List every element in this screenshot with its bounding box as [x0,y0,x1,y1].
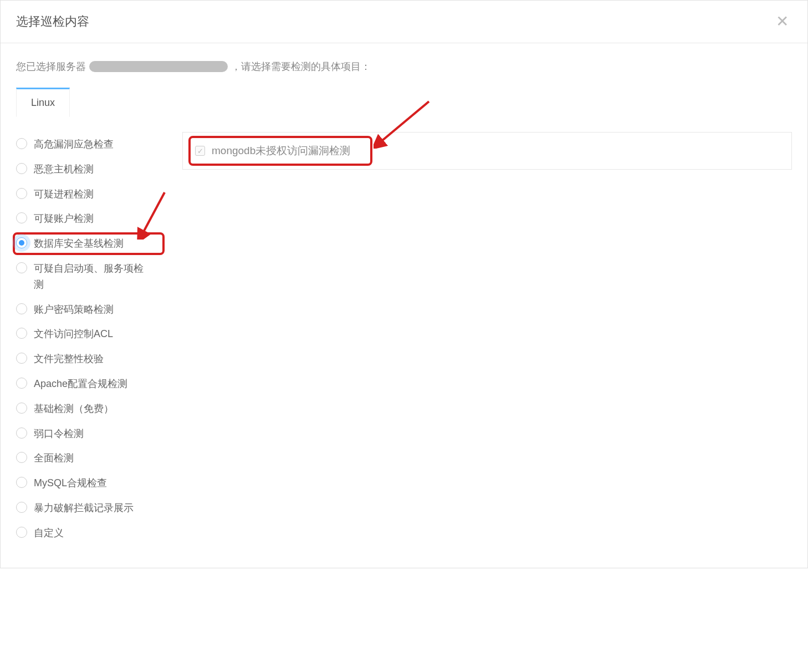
server-name-redacted [89,61,228,72]
radio-icon [16,188,27,199]
radio-label: 暴力破解拦截记录展示 [34,500,134,516]
radio-item-db-baseline[interactable]: 数据库安全基线检测 [13,232,165,255]
radio-item-apache-compliance[interactable]: Apache配置合规检测 [16,371,160,396]
radio-label: 基础检测（免费） [34,401,114,417]
radio-item-suspicious-account[interactable]: 可疑账户检测 [16,206,160,231]
tab-linux[interactable]: Linux [16,88,70,117]
content-row: 高危漏洞应急检查 恶意主机检测 可疑进程检测 可疑账户检测 数据库安全基线检测 [16,123,792,546]
radio-item-full-scan[interactable]: 全面检测 [16,446,160,471]
radio-label: 全面检测 [34,450,74,466]
modal-title: 选择巡检内容 [16,13,89,30]
intro-prefix: 您已选择服务器 [16,60,86,73]
modal-body: 您已选择服务器 ，请选择需要检测的具体项目： Linux 高危漏洞应急检查 恶意… [1,43,807,568]
radio-icon [16,378,27,389]
modal-header: 选择巡检内容 ✕ [1,1,807,43]
checkbox-item-mongodb-unauth[interactable]: ✓ mongodb未授权访问漏洞检测 [195,144,779,158]
radio-label: 账户密码策略检测 [34,302,114,318]
radio-label: 恶意主机检测 [34,161,94,177]
modal-dialog: 选择巡检内容 ✕ 您已选择服务器 ，请选择需要检测的具体项目： Linux 高危… [0,0,808,568]
radio-label: 文件访问控制ACL [34,326,113,342]
radio-label: 可疑进程检测 [34,186,94,202]
radio-label: Apache配置合规检测 [34,376,127,392]
radio-item-weak-password[interactable]: 弱口令检测 [16,421,160,446]
radio-icon [16,452,27,463]
radio-item-file-acl[interactable]: 文件访问控制ACL [16,322,160,347]
checkbox-label: mongodb未授权访问漏洞检测 [212,144,350,158]
radio-item-password-policy[interactable]: 账户密码策略检测 [16,297,160,322]
radio-icon [16,403,27,414]
tabs: Linux [16,88,792,118]
radio-item-custom[interactable]: 自定义 [16,521,160,546]
detail-panel-column: ✓ mongodb未授权访问漏洞检测 [182,132,792,170]
radio-label: 自定义 [34,525,64,541]
radio-icon [16,527,27,538]
category-radio-list: 高危漏洞应急检查 恶意主机检测 可疑进程检测 可疑账户检测 数据库安全基线检测 [16,132,160,546]
radio-item-high-risk-vuln[interactable]: 高危漏洞应急检查 [16,132,160,157]
radio-item-suspicious-process[interactable]: 可疑进程检测 [16,182,160,207]
radio-label: 弱口令检测 [34,426,84,442]
radio-icon [16,353,27,364]
radio-icon [16,163,27,174]
radio-item-malicious-host[interactable]: 恶意主机检测 [16,157,160,182]
radio-item-suspicious-autostart[interactable]: 可疑自启动项、服务项检测 [16,256,160,297]
detail-panel: ✓ mongodb未授权访问漏洞检测 [182,132,792,170]
radio-icon [16,262,27,273]
radio-icon [16,212,27,223]
radio-icon [16,237,27,248]
radio-label: 可疑自启动项、服务项检测 [34,261,145,293]
radio-item-file-integrity[interactable]: 文件完整性校验 [16,347,160,371]
intro-suffix: ，请选择需要检测的具体项目： [231,60,371,73]
radio-icon [16,138,27,149]
radio-label: MySQL合规检查 [34,475,107,491]
radio-label: 可疑账户检测 [34,211,94,227]
radio-icon [16,328,27,339]
radio-item-bruteforce-block-log[interactable]: 暴力破解拦截记录展示 [16,496,160,521]
radio-item-mysql-compliance[interactable]: MySQL合规检查 [16,471,160,496]
radio-icon [16,303,27,314]
radio-label: 文件完整性校验 [34,351,104,367]
intro-text: 您已选择服务器 ，请选择需要检测的具体项目： [16,60,792,73]
radio-label: 数据库安全基线检测 [34,236,124,252]
radio-icon [16,502,27,513]
radio-icon [16,477,27,488]
radio-icon [16,427,27,439]
checkbox-icon: ✓ [195,146,205,156]
radio-item-basic-free[interactable]: 基础检测（免费） [16,396,160,421]
close-icon[interactable]: ✕ [773,13,792,30]
radio-label: 高危漏洞应急检查 [34,136,114,152]
